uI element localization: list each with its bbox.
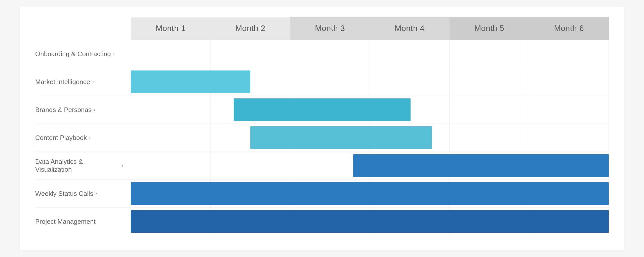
row-label-text: Content Playbook (35, 134, 87, 142)
row-label-data: Data Analytics & Visualization › (35, 158, 131, 173)
chevron-right-icon: › (122, 162, 123, 169)
table-row: Content Playbook › (35, 124, 609, 152)
bar-market (131, 68, 250, 96)
row-label-text: Weekly Status Calls (35, 190, 93, 198)
month-header-4: Month 4 (370, 17, 450, 40)
bar-fill (131, 182, 609, 205)
bar-brands (234, 96, 411, 124)
chevron-right-icon: › (94, 106, 95, 113)
chevron-right-icon: › (95, 190, 97, 197)
chart-container: Month 1 Month 2 Month 3 Month 4 Month 5 … (20, 7, 624, 250)
row-label-text: Market Intelligence (35, 78, 90, 86)
gantt-grid-onboarding (131, 40, 609, 68)
header-row: Month 1 Month 2 Month 3 Month 4 Month 5 … (131, 17, 609, 40)
row-label-project: Project Management (35, 218, 131, 226)
bar-fill (131, 210, 609, 233)
gantt-grid-weekly (131, 180, 609, 207)
table-row: Project Management (35, 208, 609, 235)
month-header-6: Month 6 (529, 17, 609, 40)
gantt-grid-data (131, 152, 609, 179)
row-label-content: Content Playbook › (35, 134, 131, 142)
gantt-grid-project (131, 208, 609, 235)
row-label-text: Onboarding & Contracting (35, 50, 111, 58)
chevron-right-icon: › (92, 79, 94, 85)
table-row: Brands & Personas › (35, 96, 609, 124)
row-label-brands: Brands & Personas › (35, 106, 131, 114)
bar-weekly (131, 180, 609, 207)
month-header-3: Month 3 (290, 17, 370, 40)
bar-fill (250, 126, 432, 149)
gantt-grid-market (131, 68, 609, 96)
month-header-5: Month 5 (450, 17, 529, 40)
month-header-2: Month 2 (211, 17, 290, 40)
bar-fill (234, 98, 411, 121)
row-label-onboarding: Onboarding & Contracting › (35, 50, 131, 58)
table-row: Data Analytics & Visualization › (35, 152, 609, 180)
row-label-text: Data Analytics & Visualization (35, 158, 119, 173)
bar-project (131, 208, 609, 235)
chevron-right-icon: › (89, 134, 91, 141)
gantt-grid-content (131, 124, 609, 152)
month-header-1: Month 1 (131, 17, 211, 40)
gantt-wrapper: Month 1 Month 2 Month 3 Month 4 Month 5 … (35, 17, 609, 235)
row-label-text: Project Management (35, 218, 96, 226)
row-label-text: Brands & Personas (35, 106, 92, 114)
table-row: Weekly Status Calls › (35, 180, 609, 208)
table-row: Onboarding & Contracting › (35, 40, 609, 68)
gantt-body: Onboarding & Contracting › Market Intell… (35, 40, 609, 235)
table-row: Market Intelligence › (35, 68, 609, 96)
row-label-market: Market Intelligence › (35, 78, 131, 86)
bar-fill (353, 154, 609, 177)
bar-data (353, 152, 609, 179)
gantt-grid-brands (131, 96, 609, 124)
bar-fill (131, 70, 250, 93)
row-label-weekly: Weekly Status Calls › (35, 190, 131, 198)
chevron-right-icon: › (113, 51, 115, 57)
bar-content (250, 124, 432, 152)
